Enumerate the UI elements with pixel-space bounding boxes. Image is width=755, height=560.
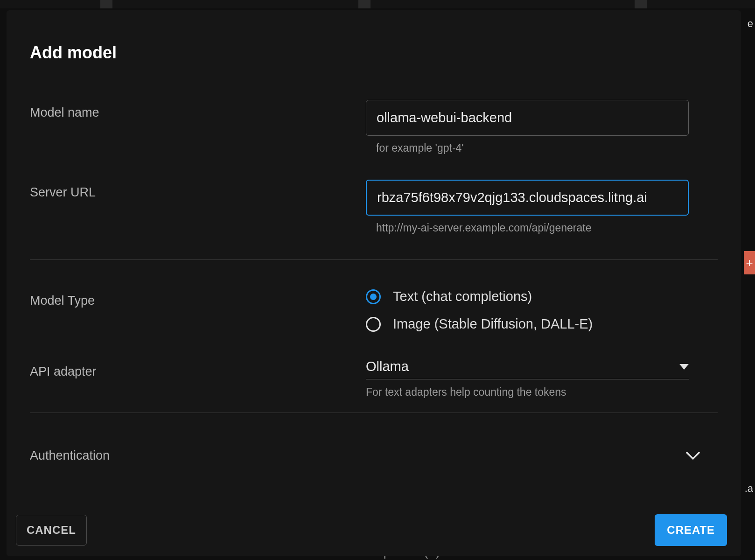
model-name-hint: for example 'gpt-4' — [376, 142, 718, 154]
api-adapter-row: API adapter Ollama For text adapters hel… — [30, 359, 718, 399]
authentication-accordion[interactable]: Authentication — [30, 448, 718, 463]
background-text: .a — [745, 483, 753, 495]
chevron-down-icon — [686, 452, 700, 460]
radio-label: Text (chat completions) — [393, 289, 532, 304]
model-name-input[interactable] — [366, 100, 689, 136]
background-tab — [358, 0, 371, 8]
caret-down-icon — [679, 364, 689, 370]
model-type-radio-group: Text (chat completions) Image (Stable Di… — [366, 288, 718, 332]
server-url-input[interactable] — [366, 180, 689, 216]
model-name-row: Model name for example 'gpt-4' — [30, 100, 718, 154]
model-type-label: Model Type — [30, 288, 366, 308]
plus-icon: + — [746, 256, 753, 270]
server-url-row: Server URL http://my-ai-server.example.c… — [30, 180, 718, 234]
model-type-row: Model Type Text (chat completions) Image… — [30, 288, 718, 332]
create-button[interactable]: CREATE — [655, 514, 727, 546]
background-text: e — [748, 18, 753, 30]
divider — [30, 413, 718, 413]
radio-label: Image (Stable Diffusion, DALL-E) — [393, 316, 593, 332]
background-tab — [635, 0, 647, 8]
add-fab[interactable]: + — [744, 251, 755, 274]
radio-icon — [366, 317, 381, 332]
modal-footer: CANCEL CREATE — [16, 514, 727, 546]
cancel-button[interactable]: CANCEL — [16, 515, 87, 546]
api-adapter-label: API adapter — [30, 359, 366, 379]
add-model-modal: Add model Model name for example 'gpt-4'… — [7, 10, 741, 556]
api-adapter-value: Ollama — [366, 359, 409, 374]
server-url-label: Server URL — [30, 180, 366, 200]
api-adapter-select[interactable]: Ollama — [366, 359, 689, 379]
background-tabs — [0, 0, 755, 8]
authentication-label: Authentication — [30, 448, 110, 463]
radio-icon — [366, 289, 381, 304]
radio-text-completions[interactable]: Text (chat completions) — [366, 289, 718, 304]
modal-title: Add model — [30, 43, 718, 63]
radio-image[interactable]: Image (Stable Diffusion, DALL-E) — [366, 316, 718, 332]
model-name-label: Model name — [30, 100, 366, 120]
background-tab — [100, 0, 112, 8]
api-adapter-hint: For text adapters help counting the toke… — [366, 386, 718, 399]
server-url-hint: http://my-ai-server.example.com/api/gene… — [376, 222, 718, 234]
divider — [30, 259, 718, 260]
